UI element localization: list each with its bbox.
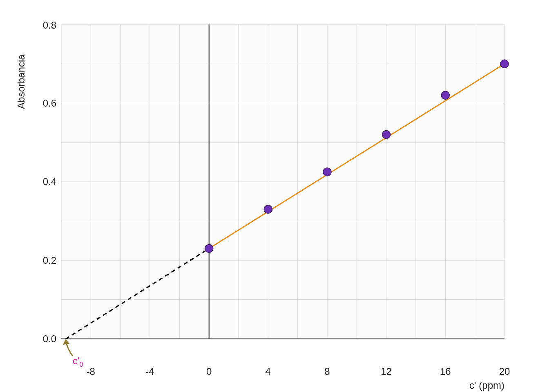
xtick-label: 16 [440,366,451,377]
data-point [441,91,449,99]
data-point [323,168,331,176]
ytick-label: 0.2 [43,255,56,266]
standard-addition-plot: c'0 0.0 0.2 0.4 0.6 0.8 -8 -4 0 4 8 12 1… [0,0,549,392]
ytick-label: 0.0 [43,333,56,344]
data-point [500,60,509,68]
xtick-label: -4 [145,366,154,377]
chart-svg: c'0 0.0 0.2 0.4 0.6 0.8 -8 -4 0 4 8 12 1… [0,0,549,392]
ytick-label: 0.4 [43,176,56,187]
data-point [382,131,391,139]
xtick-label: 4 [266,366,271,377]
y-axis-label: Absorbancia [16,54,27,109]
data-point [264,205,272,213]
xtick-label: 0 [206,366,212,377]
xtick-label: 8 [324,366,330,377]
annotation-arrowhead-icon [63,339,69,345]
annotation-main: c' [73,355,80,366]
annotation-label: c'0 [73,355,83,368]
data-point [205,245,213,253]
ytick-label: 0.6 [43,98,56,109]
x-axis-label: c' (ppm) [469,380,504,391]
xtick-label: 12 [381,366,392,377]
ytick-label: 0.8 [43,20,56,31]
annotation-subscript: 0 [80,361,83,368]
xtick-label: -8 [87,366,95,377]
xtick-label: 20 [499,366,510,377]
